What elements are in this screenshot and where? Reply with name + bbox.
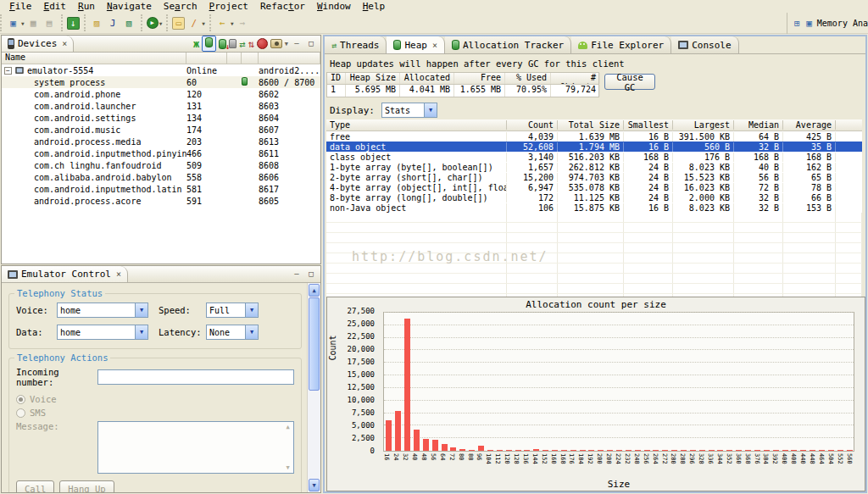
scrollbar[interactable]: ▲ ▼	[307, 283, 320, 492]
tab-threads[interactable]: ⇄Threads	[325, 36, 387, 53]
stats-column-header[interactable]: Type	[326, 120, 507, 130]
device-row[interactable]: com.android.phone1208602	[2, 88, 320, 100]
summary-column-header[interactable]: # Objects	[551, 73, 600, 84]
chevron-down-icon[interactable]: ▼	[202, 20, 205, 26]
save-icon[interactable]: ▦	[26, 16, 41, 31]
open-perspective-icon[interactable]: ⊞	[793, 16, 801, 31]
android-install-icon[interactable]: ↓	[67, 17, 80, 30]
device-row[interactable]: com.android.inputmethod.latin5818617	[2, 183, 320, 195]
stats-column-header[interactable]: Smallest	[624, 120, 673, 130]
dump-hprof-icon[interactable]: ↓	[219, 39, 226, 49]
stats-row[interactable]: data object52,6081.794 MB16 B560 B32 B35…	[326, 142, 862, 152]
message-field[interactable]: ▲▼	[97, 421, 294, 474]
stats-row[interactable]: 8-byte array (long[], double[])17211.125…	[326, 192, 862, 203]
stats-row[interactable]: 4-byte array (object[], int[], float[])6…	[326, 182, 862, 192]
device-row[interactable]: system_process608600 / 8700	[2, 76, 320, 88]
stop-icon[interactable]	[257, 38, 268, 49]
stats-column-header[interactable]: Median	[734, 120, 783, 130]
device-row[interactable]: android.process.media2038613	[2, 136, 320, 147]
incoming-number-field[interactable]	[97, 369, 294, 385]
summary-column-header[interactable]: ID	[327, 73, 346, 84]
new-wizard-icon[interactable]: ▣	[6, 16, 20, 31]
scroll-up-icon[interactable]: ▲	[286, 424, 289, 430]
tree-expander-icon[interactable]: −	[4, 67, 12, 75]
tab-console[interactable]: Console	[671, 36, 738, 53]
sms-radio[interactable]	[16, 408, 25, 418]
summary-column-header[interactable]: Free	[454, 73, 505, 84]
minimize-icon[interactable]: –	[291, 39, 303, 49]
device-row[interactable]: com.android.launcher1318603	[2, 100, 320, 112]
maximize-icon[interactable]: □	[305, 39, 317, 49]
menu-item-edit[interactable]: Edit	[38, 1, 73, 12]
new-class-icon[interactable]: ▧	[122, 16, 136, 31]
maximize-icon[interactable]: □	[305, 269, 317, 280]
perspective-label[interactable]: Memory Ana	[817, 19, 868, 28]
summary-column-header[interactable]: % Used	[505, 73, 551, 84]
hang-up-button[interactable]: Hang Up	[59, 480, 114, 493]
menu-item-run[interactable]: Run	[72, 1, 101, 12]
chevron-down-icon[interactable]: ▼	[135, 303, 147, 317]
menu-item-search[interactable]: Search	[158, 1, 203, 12]
chevron-down-icon[interactable]: ▼	[245, 325, 258, 339]
devices-tab[interactable]: Devices ×	[2, 36, 74, 52]
menu-item-help[interactable]: Help	[357, 1, 392, 12]
open-folder-icon[interactable]: ▭	[172, 17, 185, 30]
debug-icon[interactable]: ж	[193, 38, 199, 50]
tab-file-explorer[interactable]: File Explorer	[571, 36, 671, 53]
stats-column-header[interactable]: Total Size	[558, 120, 624, 130]
menu-item-refactor[interactable]: Refactor	[254, 1, 311, 12]
stats-row[interactable]: class object3,140516.203 KB168 B176 B168…	[326, 152, 862, 162]
forward-icon[interactable]: →	[236, 16, 250, 31]
speed-select[interactable]: Full ▼	[206, 303, 259, 318]
scrollbar-thumb[interactable]	[309, 297, 320, 391]
summary-column-header[interactable]: Heap Size	[346, 73, 400, 84]
emulator-control-tab[interactable]: Emulator Control ×	[2, 266, 128, 282]
name-column-header[interactable]: Name	[2, 53, 186, 64]
voice-radio[interactable]	[16, 395, 25, 404]
chevron-down-icon[interactable]: ▼	[245, 303, 258, 317]
chevron-down-icon[interactable]: ▼	[135, 325, 147, 339]
marker-icon[interactable]: ∕	[186, 16, 201, 31]
device-row[interactable]: android.process.acore5918605	[2, 195, 320, 207]
device-row[interactable]: com.android.settings1348604	[2, 112, 320, 124]
display-select[interactable]: Stats ▼	[381, 103, 437, 118]
minimize-icon[interactable]: –	[291, 269, 303, 280]
stats-column-header[interactable]: Count	[507, 120, 558, 130]
stats-row[interactable]: non-Java object10615.875 KB16 B8.023 KB3…	[326, 203, 862, 213]
menu-chevron-icon[interactable]: ▼	[285, 41, 288, 47]
latency-select[interactable]: None ▼	[206, 325, 259, 340]
stats-row[interactable]: 2-byte array (short[], char[])15,200974.…	[326, 172, 862, 182]
voice-select[interactable]: home ▼	[57, 303, 148, 318]
device-row[interactable]: com.android.inputmethod.pinyin4668611	[2, 147, 320, 159]
print-icon[interactable]: ▤	[42, 16, 57, 31]
close-icon[interactable]: ×	[116, 269, 121, 279]
stats-row[interactable]: free4,0391.639 MB16 B391.500 KB64 B425 B	[326, 131, 862, 142]
chevron-down-icon[interactable]: ▼	[231, 20, 234, 26]
call-button[interactable]: Call	[16, 480, 54, 493]
stats-row[interactable]: 1-byte array (byte[], boolean[])1,657262…	[326, 162, 862, 172]
update-heap-icon[interactable]	[205, 37, 213, 47]
perspective-switcher[interactable]: ⊞ ▣ Memory Ana	[787, 13, 868, 34]
update-threads-icon[interactable]: ⇄	[239, 38, 245, 50]
refresh-threads-icon[interactable]: ⇅	[248, 38, 254, 50]
screen-capture-icon[interactable]	[270, 39, 282, 48]
chevron-down-icon[interactable]: ▼	[424, 103, 437, 117]
scroll-down-icon[interactable]: ▼	[286, 464, 289, 471]
chevron-down-icon[interactable]: ▼	[159, 20, 163, 26]
chevron-down-icon[interactable]: ▼	[21, 20, 25, 26]
stats-column-header[interactable]: Average	[783, 120, 836, 130]
tab-heap[interactable]: Heap×	[387, 36, 445, 53]
device-row[interactable]: com.alibaba.android.babylon5588606	[2, 171, 320, 183]
stats-column-header[interactable]: Largest	[673, 120, 734, 130]
menu-item-file[interactable]: File	[3, 1, 38, 12]
close-icon[interactable]: ×	[62, 39, 67, 48]
open-type-icon[interactable]: ▨	[90, 16, 104, 31]
scroll-down-icon[interactable]: ▼	[309, 479, 320, 491]
cause-gc-button[interactable]: Cause GC	[604, 74, 655, 90]
summary-column-header[interactable]: Allocated	[400, 73, 454, 84]
menu-item-window[interactable]: Window	[311, 1, 357, 12]
tab-allocation-tracker[interactable]: Allocation Tracker	[445, 36, 571, 53]
device-row[interactable]: −emulator-5554Onlineandroid2....	[2, 64, 320, 76]
memory-analysis-perspective-icon[interactable]: ▣	[804, 16, 813, 31]
device-row[interactable]: com.ch_linghu.fanfoudroid5098608	[2, 159, 320, 171]
